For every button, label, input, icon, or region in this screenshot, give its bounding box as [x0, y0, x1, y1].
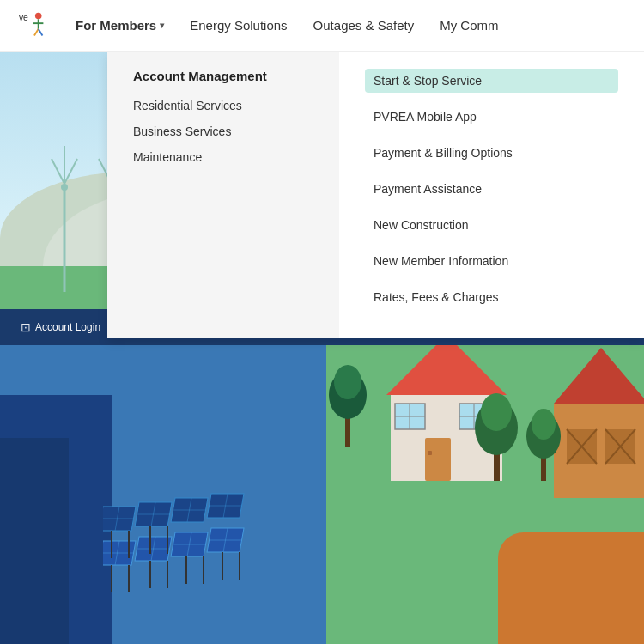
dropdown-left-title: Account Management: [133, 69, 313, 83]
svg-rect-63: [425, 438, 451, 481]
dropdown-item-maintenance[interactable]: Maintenance: [133, 150, 313, 164]
nav-my-comm-label: My Comm: [440, 18, 498, 33]
nav: For Members ▾ Energy Solutions Outages &…: [76, 18, 499, 33]
dropdown-item-residential[interactable]: Residential Services: [133, 99, 313, 112]
svg-point-81: [334, 365, 361, 399]
dropdown-spacer: [0, 52, 107, 338]
dropdown-item-payment-billing[interactable]: Payment & Billing Options: [365, 141, 618, 165]
solar-panels: [103, 489, 301, 644]
dropdown-item-pvrea-app[interactable]: PVREA Mobile App: [365, 105, 618, 129]
svg-rect-64: [428, 451, 432, 455]
barn: [550, 343, 644, 498]
nav-outages-safety-label: Outages & Safety: [313, 18, 415, 33]
logo-area[interactable]: ve: [17, 9, 50, 42]
svg-point-89: [35, 12, 42, 19]
dropdown-menu: Account Management Residential Services …: [0, 52, 644, 338]
svg-point-87: [532, 409, 556, 440]
orange-ground: [498, 532, 644, 644]
dropdown-right-column: Start & Stop Service PVREA Mobile App Pa…: [339, 52, 644, 338]
svg-line-93: [39, 28, 43, 35]
logo-icon: ve: [17, 9, 50, 42]
nav-for-members[interactable]: For Members ▾: [76, 18, 164, 33]
nav-energy-solutions[interactable]: Energy Solutions: [190, 18, 287, 33]
dropdown-item-business[interactable]: Business Services: [133, 125, 313, 138]
dropdown-item-new-member[interactable]: New Member Information: [365, 249, 618, 273]
tree-right-2: [524, 386, 562, 481]
svg-line-92: [34, 28, 39, 35]
dropdown-item-new-construction[interactable]: New Construction: [365, 213, 618, 237]
dropdown-content: Account Management Residential Services …: [107, 52, 644, 338]
building-left2: [0, 438, 69, 644]
nav-energy-solutions-label: Energy Solutions: [190, 18, 287, 33]
nav-for-members-label: For Members: [76, 18, 156, 33]
svg-marker-71: [554, 348, 644, 404]
tree-right-1: [472, 369, 519, 481]
tree-left-1: [326, 343, 369, 447]
nav-my-comm[interactable]: My Comm: [440, 18, 498, 33]
chevron-down-icon: ▾: [160, 21, 164, 30]
nav-outages-safety[interactable]: Outages & Safety: [313, 18, 415, 33]
dropdown-item-payment-assistance[interactable]: Payment Assistance: [365, 177, 618, 201]
svg-text:ve: ve: [19, 13, 28, 22]
dropdown-item-start-stop[interactable]: Start & Stop Service: [365, 69, 618, 93]
header: ve For Members ▾ Energy Solutions Outage…: [0, 0, 644, 52]
dropdown-left-column: Account Management Residential Services …: [107, 52, 339, 338]
dropdown-item-rates-fees[interactable]: Rates, Fees & Charges: [365, 285, 618, 309]
svg-point-84: [481, 393, 512, 431]
